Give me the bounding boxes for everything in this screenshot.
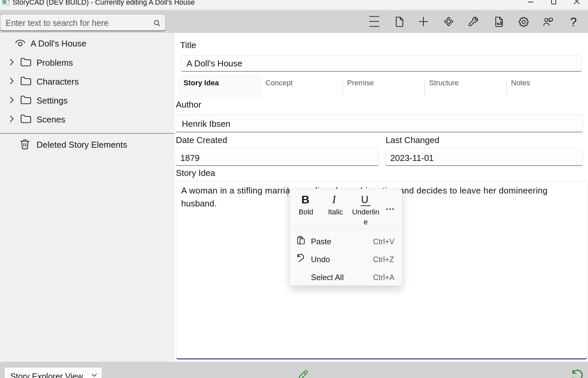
svg-text:?: ?	[570, 16, 577, 29]
